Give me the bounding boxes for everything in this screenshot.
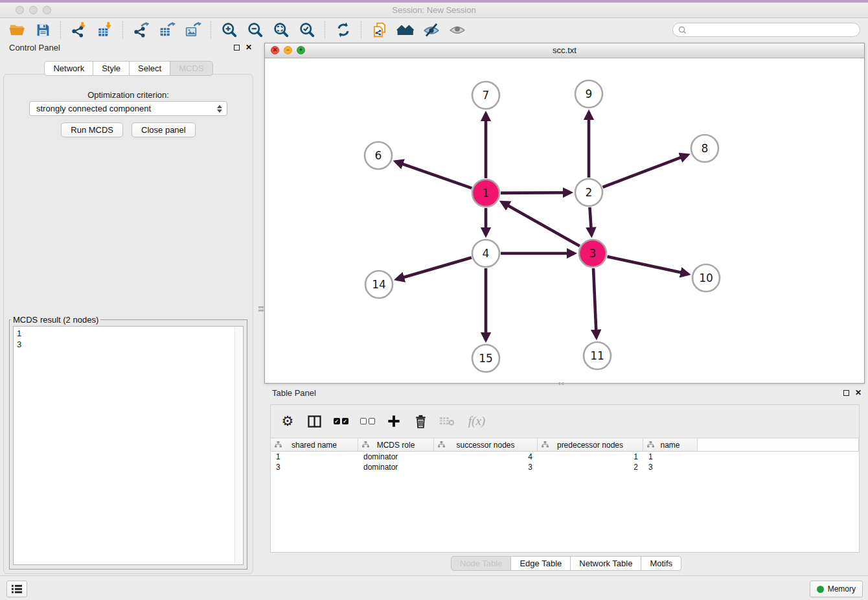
table-cell[interactable]: dominator [358,452,434,462]
table-cell[interactable]: dominator [358,462,434,472]
table-settings-button[interactable]: ⚙ [280,413,295,429]
horizontal-splitter-handle[interactable] [557,382,566,386]
run-mcds-button[interactable]: Run MCDS [61,122,123,137]
delete-table-button[interactable] [439,413,455,429]
table-row[interactable]: 3dominator323 [271,462,859,472]
column-header-shared-name[interactable]: shared name [271,439,358,451]
duplicate-network-button[interactable] [367,20,393,40]
tab-network[interactable]: Network [44,61,93,76]
table-panel: Table Panel ✕ ⚙ ✓✓ f(x) shared nameMCDS … [264,387,868,575]
task-history-button[interactable] [6,581,27,597]
zoom-out-button[interactable] [242,20,268,40]
deselect-all-button[interactable] [360,413,375,429]
result-scrollbar[interactable] [234,327,242,564]
import-network-button[interactable] [66,20,92,40]
table-tab-node-table[interactable]: Node Table [451,556,512,571]
zoom-fit-button[interactable] [268,20,294,40]
hierarchy-icon [542,441,549,448]
add-column-button[interactable] [386,413,402,429]
vertical-splitter-handle[interactable] [258,305,264,314]
import-table-button[interactable] [92,20,118,40]
hierarchy-icon [647,441,654,448]
mcds-result-line: 1 [17,328,243,339]
graph-node-label-10: 10 [699,271,713,284]
split-view-button[interactable] [306,413,322,429]
hierarchy-icon [275,441,282,448]
search-field[interactable] [672,23,860,37]
tab-mcds[interactable]: MCDS [170,61,212,76]
checked-boxes-icon: ✓✓ [334,418,348,424]
graph-edge-3-11[interactable] [593,268,597,338]
column-header-MCDS-role[interactable]: MCDS role [358,439,434,451]
network-canvas[interactable]: 1234678910111415 [265,58,864,383]
delete-column-button[interactable] [413,413,428,429]
first-neighbors-button[interactable] [393,20,418,40]
save-session-button[interactable] [30,20,56,40]
table-cell[interactable]: 3 [271,462,358,472]
refresh-layout-button[interactable] [330,20,356,40]
close-panel-button[interactable]: Close panel [131,122,196,137]
column-header-label: shared name [291,441,337,450]
graph-node-label-7: 7 [483,89,490,102]
table-cell[interactable]: 1 [643,452,698,462]
optimization-label: Optimization criterion: [4,90,253,100]
table-cell[interactable]: 3 [434,462,538,472]
close-panel-icon[interactable]: ✕ [246,44,252,51]
graph-node-label-3: 3 [589,247,597,260]
graph-edge-2-3[interactable] [589,207,591,235]
show-all-button[interactable] [444,20,470,40]
select-all-button[interactable]: ✓✓ [333,413,348,429]
app-title: Session: New Session [0,5,868,15]
search-icon [678,26,687,34]
float-table-panel-icon[interactable] [843,390,849,396]
zoom-selected-button[interactable] [294,20,320,40]
table-cell[interactable]: 2 [538,462,643,472]
open-session-button[interactable] [4,20,30,40]
tab-select[interactable]: Select [130,61,170,76]
network-graph[interactable]: 1234678910111415 [265,58,864,383]
table-tab-motifs[interactable]: Motifs [641,556,681,571]
graph-node-label-14: 14 [372,278,386,291]
search-input[interactable] [690,25,854,35]
criterion-dropdown[interactable]: strongly connected component [29,101,227,116]
graph-edge-2-8[interactable] [603,155,688,187]
table-tab-edge-table[interactable]: Edge Table [511,556,571,571]
close-table-panel-icon[interactable]: ✕ [855,389,862,397]
table-cell[interactable]: 4 [434,452,538,462]
export-network-button[interactable] [128,20,154,40]
delete-table-icon [439,416,455,426]
save-floppy-icon [35,22,51,38]
table-cell[interactable]: 1 [271,452,358,462]
import-network-icon [71,21,87,38]
graph-edge-1-6[interactable] [395,161,472,188]
criterion-value: strongly connected component [36,104,217,113]
tab-style[interactable]: Style [93,61,130,76]
column-header-successor-nodes[interactable]: successor nodes [434,439,538,451]
graph-edge-4-14[interactable] [396,257,472,279]
mcds-result-line: 3 [17,339,243,350]
column-header-name[interactable]: name [643,439,698,451]
graph-edge-3-10[interactable] [607,257,688,274]
graph-edge-3-1[interactable] [501,202,580,246]
zoom-in-button[interactable] [216,20,242,40]
graph-edge-1-2[interactable] [501,192,571,193]
export-image-button[interactable] [180,20,206,40]
float-panel-icon[interactable] [234,45,240,51]
table-cell[interactable]: 3 [643,462,698,472]
trash-icon [415,415,427,428]
function-builder-button[interactable]: f(x) [466,413,488,429]
memory-button[interactable]: Memory [810,581,863,597]
table-row[interactable]: 1dominator411 [271,452,859,462]
toolbar-separator [211,21,212,38]
export-table-button[interactable] [154,20,180,40]
hide-selected-button[interactable] [418,20,444,40]
graph-node-label-9: 9 [586,87,593,100]
network-window-titlebar[interactable]: ✕ − + scc.txt [265,43,864,58]
table-tab-network-table[interactable]: Network Table [571,556,641,571]
network-view-window: ✕ − + scc.txt 1234678910111415 [264,43,865,384]
toolbar-separator [60,21,62,38]
duplicate-network-icon [371,21,388,38]
toolbar-separator [361,21,362,38]
table-cell[interactable]: 1 [538,452,643,462]
column-header-predecessor-nodes[interactable]: predecessor nodes [538,439,643,451]
